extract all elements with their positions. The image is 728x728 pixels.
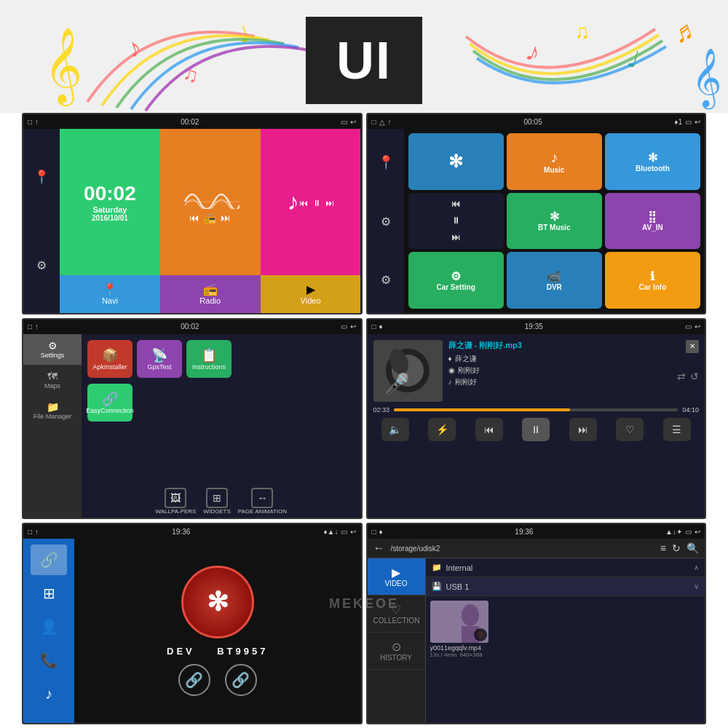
history-tab[interactable]: ⊙ HISTORY bbox=[368, 633, 425, 670]
left-sidebar-1: 📍 ⚙ bbox=[23, 129, 60, 313]
page-animation-btn[interactable]: ↔ PAGE ANIMATION bbox=[238, 488, 287, 515]
clock-time: 00:02 bbox=[84, 182, 136, 205]
equalizer-icon[interactable]: ⚙ bbox=[381, 215, 391, 229]
file-content: 📁 Internal ∧ 💾 USB 1 ∨ bbox=[426, 558, 705, 724]
bt-call-icon[interactable]: 📞 bbox=[31, 645, 67, 676]
settings-icon-2[interactable]: ⚙ bbox=[381, 273, 391, 287]
back-arrow[interactable]: ← bbox=[373, 542, 385, 555]
radio-wave-svg bbox=[181, 180, 240, 209]
bluetooth-tile[interactable]: ✻ bbox=[408, 133, 504, 190]
car-setting-tile[interactable]: ⚙ Car Setting bbox=[408, 252, 504, 309]
note-icon: ♪ bbox=[448, 378, 452, 386]
status-right-1: ▭ ↩ bbox=[341, 118, 356, 126]
status-bar-3: □↑ 00:02 ▭↩ bbox=[23, 320, 361, 334]
music-tile: ♪ ⏮⏸⏭ bbox=[261, 129, 361, 275]
navi-label: Navi bbox=[102, 296, 118, 305]
location-icon[interactable]: 📍 bbox=[33, 169, 50, 185]
settings-sidebar-icon: ⚙ bbox=[26, 340, 79, 352]
navi-tile[interactable]: 📍 Navi bbox=[60, 275, 160, 313]
bt-contacts-icon[interactable]: 👤 bbox=[31, 612, 67, 642]
bt-music-icon[interactable]: ♪ bbox=[31, 678, 67, 709]
widgets-btn[interactable]: ⊞ WIDGETS bbox=[203, 488, 230, 515]
collapse-arrow[interactable]: ∧ bbox=[694, 563, 699, 571]
bt-connect-buttons: 🔗 🔗 bbox=[178, 664, 257, 696]
bt-main-content: ✻ DEV BT9957 🔗 🔗 bbox=[74, 539, 361, 723]
progress-bar-bg[interactable] bbox=[394, 408, 678, 411]
prev-button[interactable]: ⏮ bbox=[475, 418, 503, 441]
bluetooth-label-tile[interactable]: ✻ Bluetooth bbox=[605, 133, 700, 190]
screen-app-drawer: □↑ 00:02 ▭↩ ⚙ Settings 🗺 Maps 📁 File Man… bbox=[22, 318, 363, 520]
bt-keypad-icon[interactable]: ⊞ bbox=[31, 578, 67, 609]
av-in-label: AV_IN bbox=[642, 223, 663, 232]
av-in-tile[interactable]: ⣿ AV_IN bbox=[605, 193, 700, 250]
dvr-label: DVR bbox=[547, 283, 562, 291]
collection-tab[interactable]: ♡ COLLECTION bbox=[368, 596, 425, 633]
favorite-button[interactable]: ♡ bbox=[616, 418, 644, 441]
status-right-2: ♦1 ▭ ↩ bbox=[674, 118, 700, 126]
playlist-button[interactable]: ☰ bbox=[663, 418, 691, 441]
artist-icon: ♦ bbox=[448, 355, 452, 363]
status-bar-4: □♦ 19:35 ▭↩ bbox=[368, 320, 705, 334]
sidebar-maps[interactable]: 🗺 Maps bbox=[23, 365, 82, 395]
music-tile-menu[interactable]: ♪ Music bbox=[507, 133, 602, 190]
shuffle-icon[interactable]: ⇄ bbox=[677, 371, 686, 382]
radio-label: Radio bbox=[199, 296, 221, 305]
search-icon[interactable]: 🔍 bbox=[687, 542, 699, 554]
status-left-2: □ △ ↑ bbox=[372, 118, 392, 126]
sidebar-settings[interactable]: ⚙ Settings bbox=[23, 334, 82, 365]
player-controls: 🔈 ⚡ ⏮ ⏸ ⏭ ♡ ☰ bbox=[373, 418, 700, 441]
transport-controls: ⏮⏸⏭ bbox=[408, 193, 504, 250]
clock-tile: 00:02 Saturday 2016/10/01 bbox=[60, 129, 160, 275]
status-bar-6: □♦ 19:36 ▲↓✦▭↩ bbox=[368, 524, 705, 539]
bt-connect-btn-1[interactable]: 🔗 bbox=[178, 664, 210, 696]
pause-button[interactable]: ⏸ bbox=[522, 418, 550, 441]
collection-tab-icon: ♡ bbox=[373, 603, 419, 617]
internal-folder[interactable]: 📁 Internal ∧ bbox=[426, 558, 705, 577]
close-button[interactable]: ✕ bbox=[686, 340, 699, 353]
app-easyconnection[interactable]: 🔗 EasyConnection bbox=[87, 384, 132, 422]
bt-music-tile[interactable]: ✻ BT Music bbox=[507, 193, 602, 250]
app-drawer-sidebar: ⚙ Settings 🗺 Maps 📁 File Manager bbox=[23, 334, 82, 518]
bt-connect-btn-2[interactable]: 🔗 bbox=[225, 664, 257, 696]
refresh-icon[interactable]: ↻ bbox=[672, 542, 681, 554]
bottom-icons-bar: 🖼 WALLPA-PERS ⊞ WIDGETS ↔ PAGE ANIMATION bbox=[84, 488, 358, 515]
bt-power-button[interactable]: ✻ bbox=[181, 566, 254, 638]
expand-arrow[interactable]: ∨ bbox=[694, 582, 699, 590]
favorite-mark[interactable]: ♡ bbox=[474, 628, 487, 641]
screen-bluetooth: □↑ 19:36 ♦▲↓▭↩ 🔗 ⊞ 👤 📞 ♪ ✻ DEV bbox=[22, 523, 363, 724]
car-info-tile[interactable]: ℹ Car Info bbox=[605, 252, 700, 309]
settings-icon[interactable]: ⚙ bbox=[36, 258, 47, 272]
usb1-folder[interactable]: 💾 USB 1 ∨ bbox=[426, 577, 705, 596]
video-item[interactable]: ♡ y0011egqqlv.mp4 13s / 4min 640×368 bbox=[430, 601, 701, 658]
screen-file-browser: □♦ 19:36 ▲↓✦▭↩ ← /storage/udisk2 ≡ ↻ 🔍 ▶… bbox=[366, 523, 707, 724]
ui-logo-text: UI bbox=[336, 31, 392, 90]
status-time-1: 00:02 bbox=[181, 118, 199, 126]
video-thumbnail: ♡ bbox=[430, 601, 488, 643]
dvr-tile[interactable]: 📹 DVR bbox=[507, 252, 602, 309]
sort-icon[interactable]: ≡ bbox=[660, 542, 666, 554]
wallpaper-btn[interactable]: 🖼 WALLPA-PERS bbox=[155, 488, 196, 515]
video-tile-bottom[interactable]: ▶ Video bbox=[261, 275, 361, 313]
video-tab[interactable]: ▶ VIDEO bbox=[368, 558, 425, 596]
bt-link-icon[interactable]: 🔗 bbox=[31, 545, 67, 575]
screen-menu: □ △ ↑ 00:05 ♦1 ▭ ↩ 📍 ⚙ ⚙ ✻ bbox=[366, 113, 707, 314]
time-current: 02:33 bbox=[373, 406, 390, 414]
history-tab-icon: ⊙ bbox=[373, 640, 419, 654]
bt-sidebar: 🔗 ⊞ 👤 📞 ♪ bbox=[23, 539, 74, 723]
repeat-icon[interactable]: ↺ bbox=[690, 371, 699, 382]
app-instructions[interactable]: 📋 Instructions bbox=[186, 340, 232, 378]
ui-logo-container: UI bbox=[284, 7, 444, 113]
equalizer-button[interactable]: ⚡ bbox=[428, 418, 456, 441]
status-bar-2: □ △ ↑ 00:05 ♦1 ▭ ↩ bbox=[368, 114, 705, 129]
radio-tile-bottom[interactable]: 📻 Radio bbox=[160, 275, 261, 313]
next-button[interactable]: ⏭ bbox=[569, 418, 597, 441]
progress-bar-container: 02:33 04:10 bbox=[373, 406, 700, 414]
car-setting-label: Car Setting bbox=[436, 283, 475, 291]
app-apkinstaller[interactable]: 📦 ApkInstaller bbox=[87, 340, 132, 378]
sidebar-files[interactable]: 📁 File Manager bbox=[23, 395, 82, 426]
volume-button[interactable]: 🔈 bbox=[381, 418, 409, 441]
left-sidebar-2: 📍 ⚙ ⚙ bbox=[368, 129, 404, 313]
bt-music-label: BT Music bbox=[538, 223, 570, 232]
location-icon-2[interactable]: 📍 bbox=[378, 154, 394, 170]
app-gpstest[interactable]: 📡 GpsTest bbox=[137, 340, 182, 378]
